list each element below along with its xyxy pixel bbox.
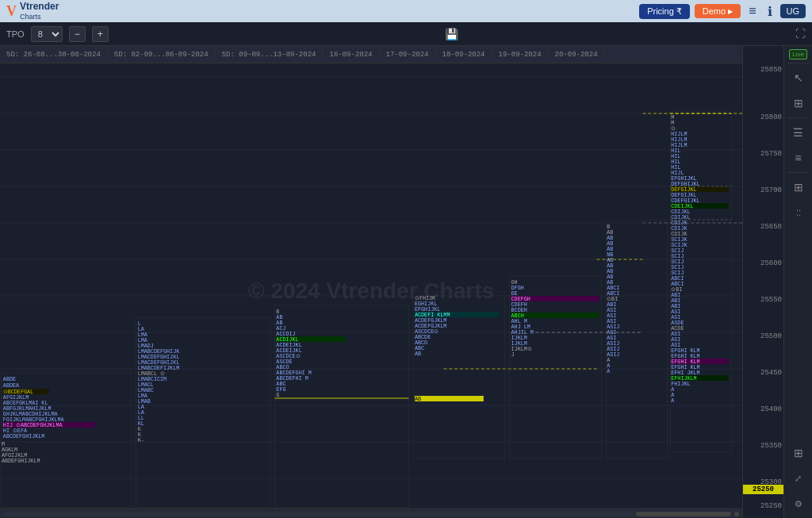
svg-text:ABDEA: ABDEA (3, 382, 20, 389)
navbar: V Vtrender Charts Pricing ₹ Demo ≡ ℹ UG (0, 0, 812, 22)
svg-rect-91 (415, 396, 484, 401)
price-25350: 25350 (760, 442, 782, 450)
svg-text:ABDE: ABDE (3, 376, 16, 382)
chart-canvas[interactable]: © 2024 Vtrender Charts (0, 63, 742, 518)
right-sidebar: Live ↖ ⊞ ☰ ≡ ⊞ ⁚⁚ ⊞ ⤢ ⚙ (783, 46, 812, 518)
date-cell-2: 5D: 02-09...06-09-2024 (108, 51, 216, 59)
tpo-minus-button[interactable]: − (69, 26, 86, 42)
price-25450: 25450 (760, 369, 782, 377)
price-25650: 25650 (760, 223, 782, 231)
logo: V Vtrender Charts (6, 2, 59, 20)
current-price-badge: 25250 (743, 485, 783, 494)
live-badge: Live (789, 49, 807, 59)
table-tool[interactable]: ⊞ (787, 442, 810, 464)
price-25850: 25850 (760, 66, 782, 74)
list-tool[interactable]: ☰ (787, 121, 810, 144)
logo-v-letter: V (6, 3, 17, 20)
date-cell-3: 5D: 09-09...13-09-2024 (216, 51, 324, 59)
divider-1 (787, 63, 810, 63)
horizontal-scrollbar[interactable] (0, 508, 742, 518)
price-25750: 25750 (760, 150, 782, 158)
scroll-thumb[interactable] (636, 512, 731, 516)
lines-tool[interactable]: ≡ (787, 147, 810, 169)
date-cell-6: 18-09-2024 (436, 51, 492, 59)
price-axis: 25850 25800 25750 25700 25650 25600 2555… (742, 46, 783, 518)
price-25550: 25550 (760, 296, 782, 304)
svg-text:K-: K- (138, 437, 144, 443)
chart-area[interactable]: 5D: 26-08...30-08-2024 5D: 02-09...06-09… (0, 46, 742, 518)
svg-text:G: G (276, 392, 279, 398)
date-cell-5: 17-09-2024 (380, 51, 436, 59)
cursor-tool[interactable]: ↖ (787, 67, 810, 89)
svg-text:J: J (511, 351, 515, 358)
date-cell-1: 5D: 26-08...30-08-2024 (0, 51, 108, 59)
svg-text:A: A (671, 397, 675, 404)
date-cell-7: 19-09-2024 (492, 51, 549, 59)
tpo-plus-button[interactable]: + (92, 26, 109, 42)
date-cell-4: 16-09-2024 (323, 51, 379, 59)
main-layout: 5D: 26-08...30-08-2024 5D: 02-09...06-09… (0, 46, 812, 518)
price-25800: 25800 (760, 113, 782, 121)
settings-tool[interactable]: ⚙ (787, 493, 810, 515)
toolbar: TPO 85101530 − + 💾 ⛶ (0, 22, 812, 46)
grid-tool[interactable]: ⊞ (787, 176, 810, 198)
logo-name: Vtrender (20, 2, 59, 12)
navbar-right: Pricing ₹ Demo ≡ ℹ UG (639, 2, 806, 21)
svg-text:ABCDEFGHIJKLM: ABCDEFGHIJKLM (3, 433, 45, 439)
grid4-tool[interactable]: ⊞ (787, 92, 810, 114)
chart-svg: ABDE ABDEA ⊙BCDEFGAL AFGIJKLM ABCEFGKLMA… (0, 63, 742, 518)
date-header: 5D: 26-08...30-08-2024 5D: 02-09...06-09… (0, 46, 742, 63)
save-button[interactable]: 💾 (445, 28, 458, 40)
tpo-label: TPO (6, 29, 25, 39)
logo-sub: Charts (20, 13, 59, 21)
avatar-button[interactable]: UG (780, 4, 806, 18)
date-cell-8: 20-09-2024 (549, 51, 605, 59)
svg-text:AB: AB (415, 396, 421, 402)
demo-button[interactable]: Demo (695, 4, 741, 18)
scroll-track[interactable] (3, 512, 731, 516)
pricing-button[interactable]: Pricing ₹ (639, 4, 690, 19)
svg-text:AB: AB (415, 351, 421, 357)
scroll-dot (734, 512, 739, 516)
expand-tool[interactable]: ⤢ (787, 467, 810, 489)
price-25500: 25500 (760, 332, 782, 340)
divider-2 (787, 117, 810, 118)
price-25600: 25600 (760, 259, 782, 267)
menu-icon-button[interactable]: ≡ (745, 2, 759, 20)
price-25400: 25400 (760, 405, 782, 413)
price-25250: 25250 (760, 502, 782, 508)
price-25700: 25700 (760, 186, 782, 194)
info-icon-button[interactable]: ℹ (764, 2, 776, 21)
svg-rect-36 (136, 317, 270, 508)
screenshot-button[interactable]: ⛶ (795, 28, 806, 40)
tpo-select[interactable]: 85101530 (31, 26, 63, 42)
svg-text:ABDEFGHIJKLM: ABDEFGHIJKLM (2, 458, 40, 464)
dots-tool[interactable]: ⁚⁚ (787, 201, 810, 224)
divider-3 (787, 172, 810, 173)
